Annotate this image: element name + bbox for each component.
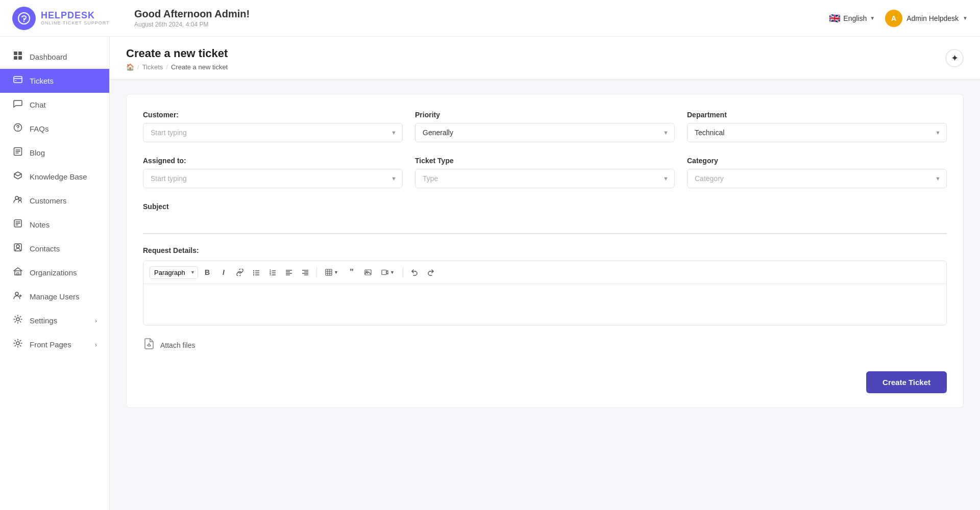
logo-text: HELPDESK ONLINE TICKET SUPPORT [41,11,110,26]
svg-point-18 [15,292,18,295]
sidebar: Dashboard Tickets Chat FAQs [0,37,110,510]
assigned-select[interactable]: Start typing [143,169,403,188]
header: HELPDESK ONLINE TICKET SUPPORT Good Afte… [0,0,980,37]
greeting-text: Good Afternoon Admin! [134,8,829,20]
create-ticket-button[interactable]: Create Ticket [866,371,947,393]
avatar: A [885,10,902,27]
ticket-type-select[interactable]: Type [415,169,675,188]
ticket-type-field: Ticket Type Type ▼ [415,157,675,188]
front-pages-label: Front Pages [30,340,71,349]
sidebar-item-notes[interactable]: Notes [0,213,109,237]
content-area: Create a new ticket 🏠 / Tickets / Create… [110,37,980,510]
bullet-list-button[interactable] [249,265,263,279]
dashboard-label: Dashboard [30,53,67,61]
align-right-button[interactable] [298,265,312,279]
breadcrumb-tickets[interactable]: Tickets [142,63,163,71]
tickets-label: Tickets [30,76,54,85]
italic-button[interactable]: I [216,265,231,279]
redo-button[interactable] [424,265,438,279]
logo-subtitle: ONLINE TICKET SUPPORT [41,20,110,26]
settings-icon [12,315,23,326]
link-button[interactable] [233,265,247,279]
sidebar-item-blog[interactable]: Blog [0,141,109,165]
sidebar-item-front-pages[interactable]: Front Pages › [0,333,109,356]
lang-chevron-icon: ▼ [870,15,875,21]
subject-input[interactable] [143,215,947,234]
sidebar-item-manage-users[interactable]: Manage Users [0,285,109,309]
form-row-1: Customer: Start typing ▼ Priority [143,111,947,142]
department-select[interactable]: Technical [687,123,947,142]
sidebar-item-contacts[interactable]: Contacts [0,237,109,261]
priority-label: Priority [415,111,675,119]
category-field: Category Category ▼ [687,157,947,188]
toolbar-sep-1 [316,267,317,277]
organizations-label: Organizations [30,268,77,277]
table-button[interactable]: ▼ [321,267,342,278]
svg-rect-4 [14,56,17,60]
svg-point-21 [253,270,254,271]
breadcrumb-sep-1: / [137,63,139,71]
svg-point-20 [16,342,19,345]
language-selector[interactable]: 🇬🇧 English ▼ [829,13,875,24]
department-label: Department [687,111,947,119]
video-chevron-icon: ▼ [390,270,395,275]
breadcrumb: 🏠 / Tickets / Create a new ticket [126,63,964,71]
breadcrumb-home[interactable]: 🏠 [126,63,134,71]
svg-point-9 [17,130,18,131]
subject-label: Subject [143,202,947,211]
attach-icon [143,338,155,353]
assigned-select-wrapper: Start typing ▼ [143,169,403,188]
manage-users-icon [12,291,23,302]
contacts-icon [12,243,23,254]
form-area: Customer: Start typing ▼ Priority [110,80,980,422]
bold-button[interactable]: B [200,265,214,279]
ordered-list-button[interactable]: 1.2.3. [265,265,280,279]
svg-point-14 [16,245,19,248]
assigned-field: Assigned to: Start typing ▼ [143,157,403,188]
sidebar-item-tickets[interactable]: Tickets [0,69,109,93]
settings-label: Settings [30,316,57,325]
dashboard-icon [12,51,23,63]
svg-rect-6 [14,76,22,83]
paragraph-select[interactable]: Paragraph [150,266,198,279]
editor-body[interactable] [143,284,946,325]
video-button[interactable]: ▼ [377,267,399,278]
chat-icon [12,99,23,111]
image-button[interactable] [361,265,375,279]
knowledge-base-label: Knowledge Base [30,172,87,181]
customer-select[interactable]: Start typing [143,123,403,142]
attach-section[interactable]: Attach files [143,338,947,353]
svg-rect-5 [18,56,22,60]
header-right: 🇬🇧 English ▼ A Admin Helpdesk ▼ [829,10,968,27]
undo-button[interactable] [407,265,422,279]
sidebar-item-chat[interactable]: Chat [0,93,109,117]
front-pages-chevron-icon: › [95,342,97,348]
faqs-icon [12,123,23,135]
notes-icon [12,219,23,231]
priority-field: Priority Generally ▼ [415,111,675,142]
blog-icon [12,147,23,159]
blog-label: Blog [30,148,45,157]
tickets-icon [12,75,23,87]
logo-area: HELPDESK ONLINE TICKET SUPPORT [12,7,122,30]
theme-toggle-button[interactable]: ✦ [945,49,964,67]
request-section: Request Details: Paragraph ▼ B [143,246,947,325]
sidebar-item-settings[interactable]: Settings › [0,309,109,333]
svg-point-12 [19,198,21,200]
sidebar-item-organizations[interactable]: Organizations [0,261,109,285]
user-menu[interactable]: A Admin Helpdesk ▼ [885,10,968,27]
knowledge-base-icon [12,171,23,183]
sidebar-item-dashboard[interactable]: Dashboard [0,45,109,69]
sidebar-item-faqs[interactable]: FAQs [0,117,109,141]
sidebar-item-customers[interactable]: Customers [0,189,109,213]
ticket-type-select-wrapper: Type ▼ [415,169,675,188]
customers-label: Customers [30,196,67,205]
sidebar-item-knowledge-base[interactable]: Knowledge Base [0,165,109,189]
priority-select[interactable]: Generally [415,123,675,142]
contacts-label: Contacts [30,244,60,253]
align-left-button[interactable] [282,265,296,279]
svg-point-23 [253,274,254,275]
ticket-type-label: Ticket Type [415,157,675,165]
category-select[interactable]: Category [687,169,947,188]
quote-button[interactable]: " [345,265,359,279]
